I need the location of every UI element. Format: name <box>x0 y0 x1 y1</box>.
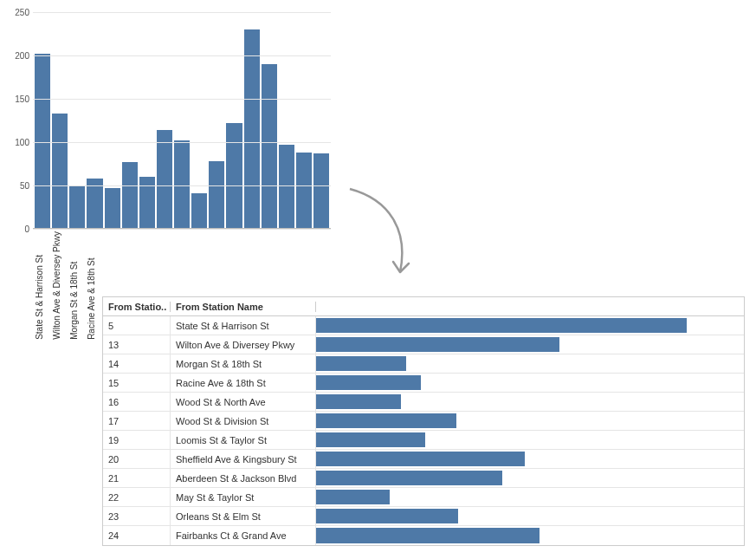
cell-station-name: Sheffield Ave & Kingsbury St <box>171 450 316 468</box>
y-tick-label: 150 <box>9 94 29 104</box>
cell-station-name: Racine Ave & 18th St <box>171 374 316 392</box>
gridline <box>33 99 331 100</box>
table-rows: 5State St & Harrison St13Wilton Ave & Di… <box>103 316 744 545</box>
cell-station-name: Wood St & North Ave <box>171 393 316 411</box>
cell-station-id: 24 <box>103 526 171 545</box>
cell-station-id: 22 <box>103 488 171 506</box>
bar[interactable] <box>209 161 224 228</box>
cell-station-name: May St & Taylor St <box>171 488 316 506</box>
y-tick-label: 50 <box>9 181 29 191</box>
table-header: From Statio.. From Station Name <box>103 297 744 316</box>
bar-slot <box>157 3 172 228</box>
horizontal-bar[interactable] <box>316 394 401 409</box>
x-tick-label: Wilton Ave & Diversey Pkwy <box>52 231 68 341</box>
table-row[interactable]: 19Loomis St & Taylor St <box>103 431 744 450</box>
y-tick-label: 0 <box>9 224 29 234</box>
horizontal-bar[interactable] <box>316 318 687 333</box>
arrow-icon <box>341 182 428 286</box>
cell-bar <box>316 393 744 411</box>
cell-station-name: Loomis St & Taylor St <box>171 431 316 449</box>
x-tick-label: Racine Ave & 18th St <box>87 231 102 341</box>
table-row[interactable]: 16Wood St & North Ave <box>103 393 744 412</box>
cell-station-name: Wilton Ave & Diversey Pkwy <box>171 335 316 354</box>
table-row[interactable]: 22May St & Taylor St <box>103 488 744 507</box>
cell-station-id: 17 <box>103 412 171 430</box>
bar-slot <box>209 3 224 228</box>
y-tick-label: 250 <box>9 8 29 17</box>
cell-station-name: Aberdeen St & Jackson Blvd <box>171 469 316 487</box>
bar-slot <box>139 3 155 228</box>
bar[interactable] <box>262 64 277 228</box>
bar[interactable] <box>279 145 294 228</box>
horizontal-bar-table: From Statio.. From Station Name 5State S… <box>102 296 745 546</box>
horizontal-bar[interactable] <box>316 490 390 504</box>
horizontal-bar[interactable] <box>316 471 502 485</box>
cell-bar <box>316 450 744 468</box>
horizontal-bar[interactable] <box>316 432 425 447</box>
bar-slot <box>122 3 138 228</box>
table-row[interactable]: 17Wood St & Division St <box>103 412 744 431</box>
gridline <box>33 55 331 56</box>
bar[interactable] <box>313 153 329 228</box>
x-tick-label: Morgan St & 18th St <box>69 231 85 341</box>
bar[interactable] <box>105 188 120 228</box>
table-row[interactable]: 5State St & Harrison St <box>103 316 744 335</box>
bar-slot <box>313 3 329 228</box>
bar[interactable] <box>244 29 260 228</box>
gridline <box>33 185 331 186</box>
gridline <box>33 12 331 13</box>
bar[interactable] <box>174 140 190 228</box>
cell-station-id: 5 <box>103 316 171 335</box>
cell-station-id: 21 <box>103 469 171 487</box>
table-row[interactable]: 21Aberdeen St & Jackson Blvd <box>103 469 744 488</box>
table-row[interactable]: 14Morgan St & 18th St <box>103 354 744 374</box>
cell-station-name: Orleans St & Elm St <box>171 507 316 525</box>
cell-station-id: 16 <box>103 393 171 411</box>
horizontal-bar[interactable] <box>316 413 456 428</box>
horizontal-bar[interactable] <box>316 375 421 390</box>
header-from-station-name: From Station Name <box>171 302 316 312</box>
horizontal-bar[interactable] <box>316 337 559 352</box>
bar[interactable] <box>52 114 68 228</box>
vertical-bar-container <box>33 3 331 228</box>
horizontal-bar[interactable] <box>316 509 458 523</box>
bar-slot <box>226 3 242 228</box>
bar-slot <box>87 3 102 228</box>
gridline <box>33 229 331 230</box>
cell-bar <box>316 431 744 449</box>
bar[interactable] <box>69 185 85 228</box>
bar[interactable] <box>226 123 242 228</box>
bar[interactable] <box>35 54 50 228</box>
cell-bar <box>316 335 744 354</box>
cell-bar <box>316 354 744 373</box>
table-row[interactable]: 15Racine Ave & 18th St <box>103 374 744 393</box>
table-row[interactable]: 20Sheffield Ave & Kingsbury St <box>103 450 744 469</box>
cell-bar <box>316 526 744 545</box>
cell-bar <box>316 374 744 392</box>
bar[interactable] <box>139 177 155 228</box>
table-row[interactable]: 23Orleans St & Elm St <box>103 507 744 526</box>
header-from-station-id: From Statio.. <box>103 302 171 312</box>
bar-slot <box>262 3 277 228</box>
bar[interactable] <box>122 162 138 228</box>
horizontal-bar[interactable] <box>316 356 406 371</box>
cell-station-id: 14 <box>103 354 171 373</box>
cell-station-name: Wood St & Division St <box>171 412 316 430</box>
bar[interactable] <box>191 193 207 228</box>
bar-slot <box>69 3 85 228</box>
cell-bar <box>316 469 744 487</box>
cell-station-name: Morgan St & 18th St <box>171 354 316 373</box>
bar-slot <box>296 3 312 228</box>
bar-slot <box>35 3 50 228</box>
cell-bar <box>316 412 744 430</box>
gridline <box>33 142 331 143</box>
bar[interactable] <box>157 130 172 228</box>
bar-slot <box>191 3 207 228</box>
table-row[interactable]: 13Wilton Ave & Diversey Pkwy <box>103 335 744 354</box>
bar-slot <box>244 3 260 228</box>
table-row[interactable]: 24Fairbanks Ct & Grand Ave <box>103 526 744 545</box>
horizontal-bar[interactable] <box>316 528 540 543</box>
horizontal-bar[interactable] <box>316 452 525 466</box>
bar[interactable] <box>296 153 312 228</box>
cell-station-id: 13 <box>103 335 171 354</box>
